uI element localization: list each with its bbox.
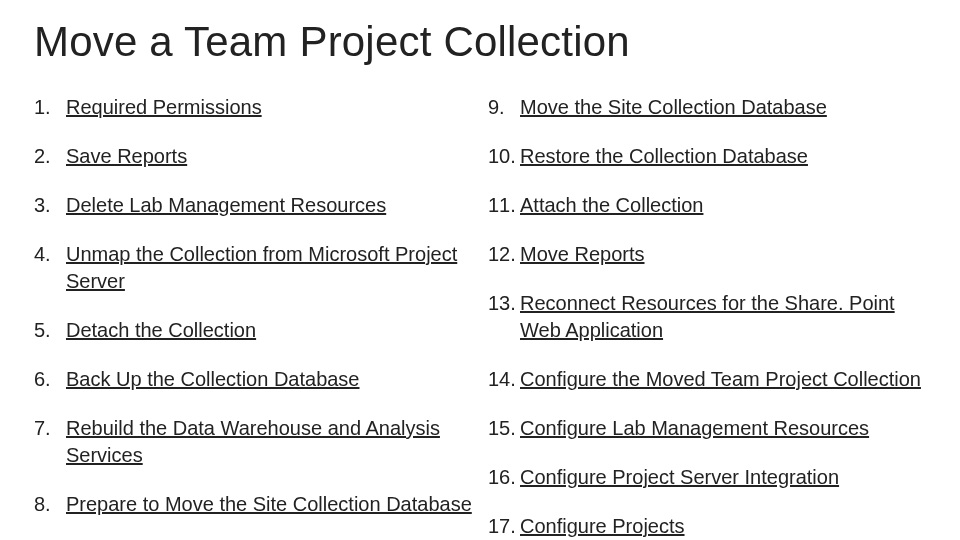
list-item: 10.Restore the Collection Database xyxy=(488,143,926,170)
columns: 1.Required Permissions 2.Save Reports 3.… xyxy=(34,94,926,540)
column-right: 9.Move the Site Collection Database 10.R… xyxy=(488,94,926,540)
list-item: 3.Delete Lab Management Resources xyxy=(34,192,472,219)
slide: Move a Team Project Collection 1.Require… xyxy=(0,0,960,540)
list-item: 5.Detach the Collection xyxy=(34,317,472,344)
list-item: 7.Rebuild the Data Warehouse and Analysi… xyxy=(34,415,472,469)
link-configure-moved-collection[interactable]: Configure the Moved Team Project Collect… xyxy=(520,366,921,393)
item-number: 12. xyxy=(488,241,520,268)
column-left: 1.Required Permissions 2.Save Reports 3.… xyxy=(34,94,472,540)
item-number: 4. xyxy=(34,241,66,268)
list-item: 13.Reconnect Resources for the Share. Po… xyxy=(488,290,926,344)
item-number: 15. xyxy=(488,415,520,442)
link-required-permissions[interactable]: Required Permissions xyxy=(66,94,262,121)
list-item: 16.Configure Project Server Integration xyxy=(488,464,926,491)
link-prepare-move-site-collection[interactable]: Prepare to Move the Site Collection Data… xyxy=(66,491,472,518)
link-rebuild-data-warehouse[interactable]: Rebuild the Data Warehouse and Analysis … xyxy=(66,415,472,469)
item-number: 7. xyxy=(34,415,66,442)
link-reconnect-sharepoint-resources[interactable]: Reconnect Resources for the Share. Point… xyxy=(520,290,926,344)
item-number: 5. xyxy=(34,317,66,344)
link-restore-collection-database[interactable]: Restore the Collection Database xyxy=(520,143,808,170)
link-save-reports[interactable]: Save Reports xyxy=(66,143,187,170)
item-number: 9. xyxy=(488,94,520,121)
link-unmap-collection[interactable]: Unmap the Collection from Microsoft Proj… xyxy=(66,241,472,295)
list-item: 4.Unmap the Collection from Microsoft Pr… xyxy=(34,241,472,295)
item-number: 10. xyxy=(488,143,520,170)
list-item: 2.Save Reports xyxy=(34,143,472,170)
list-item: 11.Attach the Collection xyxy=(488,192,926,219)
list-item: 15.Configure Lab Management Resources xyxy=(488,415,926,442)
list-item: 1.Required Permissions xyxy=(34,94,472,121)
list-item: 12.Move Reports xyxy=(488,241,926,268)
item-number: 11. xyxy=(488,192,520,219)
list-item: 8.Prepare to Move the Site Collection Da… xyxy=(34,491,472,518)
item-number: 1. xyxy=(34,94,66,121)
link-delete-lab-management-resources[interactable]: Delete Lab Management Resources xyxy=(66,192,386,219)
item-number: 16. xyxy=(488,464,520,491)
link-back-up-database[interactable]: Back Up the Collection Database xyxy=(66,366,360,393)
item-number: 2. xyxy=(34,143,66,170)
list-item: 17.Configure Projects xyxy=(488,513,926,540)
link-configure-project-server-integration[interactable]: Configure Project Server Integration xyxy=(520,464,839,491)
link-configure-lab-management[interactable]: Configure Lab Management Resources xyxy=(520,415,869,442)
list-item: 6.Back Up the Collection Database xyxy=(34,366,472,393)
item-number: 3. xyxy=(34,192,66,219)
link-attach-collection[interactable]: Attach the Collection xyxy=(520,192,703,219)
item-number: 6. xyxy=(34,366,66,393)
item-number: 14. xyxy=(488,366,520,393)
page-title: Move a Team Project Collection xyxy=(34,18,926,66)
link-detach-collection[interactable]: Detach the Collection xyxy=(66,317,256,344)
item-number: 13. xyxy=(488,290,520,317)
list-item: 9.Move the Site Collection Database xyxy=(488,94,926,121)
list-item: 14.Configure the Moved Team Project Coll… xyxy=(488,366,926,393)
link-move-reports[interactable]: Move Reports xyxy=(520,241,645,268)
item-number: 17. xyxy=(488,513,520,540)
link-move-site-collection-database[interactable]: Move the Site Collection Database xyxy=(520,94,827,121)
item-number: 8. xyxy=(34,491,66,518)
link-configure-projects[interactable]: Configure Projects xyxy=(520,513,685,540)
